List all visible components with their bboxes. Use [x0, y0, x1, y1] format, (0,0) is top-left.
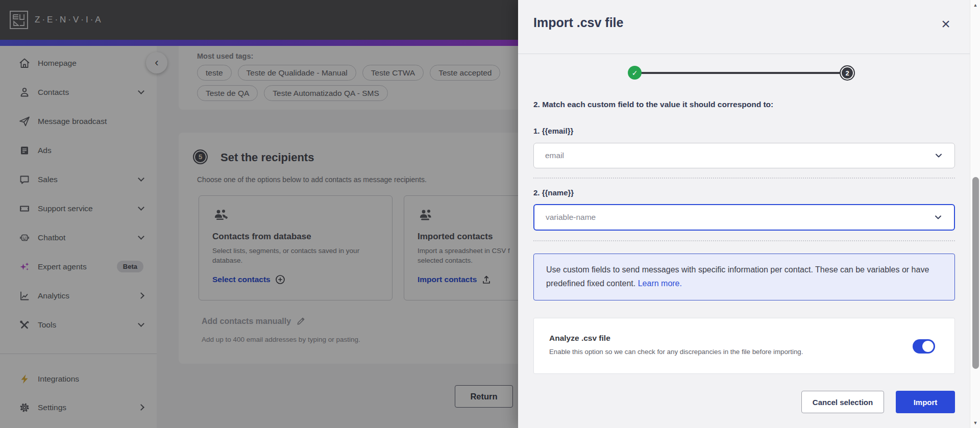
info-text: Use custom fields to send messages with …	[546, 265, 929, 288]
scrollbar-thumb[interactable]	[972, 177, 979, 369]
field-separator	[533, 178, 955, 179]
step-1-complete-check-icon: ✓	[628, 66, 642, 80]
drawer-title: Import .csv file	[533, 15, 623, 30]
chevron-down-icon	[934, 213, 943, 222]
app-screen: Z·E·N·V·I·A Homepage Contacts	[0, 0, 980, 428]
close-icon[interactable]: ×	[937, 15, 954, 33]
field-label-name: 2. {{name}}	[533, 188, 574, 197]
analyze-csv-card: Analyze .csv file Enable this option so …	[533, 318, 955, 374]
name-field-select[interactable]: variable-name	[533, 204, 955, 231]
scroll-up-arrow[interactable]: ▲	[970, 1, 980, 9]
field-label-email: 1. {{email}}	[533, 127, 573, 135]
import-csv-drawer: Import .csv file × ✓ 2 2. Match each cus…	[518, 0, 970, 428]
select-value: email	[545, 151, 564, 160]
stepper-connector	[634, 72, 847, 74]
browser-scrollbar: ▲ ▼	[970, 0, 980, 428]
scroll-down-arrow[interactable]: ▼	[970, 419, 980, 427]
match-fields-heading: 2. Match each custom field to the value …	[533, 100, 773, 109]
learn-more-link[interactable]: Learn more.	[638, 279, 682, 288]
chevron-down-icon	[934, 151, 943, 160]
select-value: variable-name	[546, 213, 596, 222]
custom-fields-info-box: Use custom fields to send messages with …	[533, 254, 955, 300]
drawer-header-divider	[518, 54, 970, 54]
import-button[interactable]: Import	[896, 391, 955, 413]
analyze-title: Analyze .csv file	[549, 334, 939, 343]
toggle-knob	[922, 341, 934, 352]
field-separator	[533, 240, 955, 241]
step-2-indicator: 2	[840, 65, 855, 81]
analyze-toggle[interactable]	[913, 339, 935, 354]
analyze-description: Enable this option so we can check for a…	[549, 348, 939, 356]
cancel-selection-button[interactable]: Cancel selection	[801, 391, 884, 413]
email-field-select[interactable]: email	[533, 143, 955, 168]
